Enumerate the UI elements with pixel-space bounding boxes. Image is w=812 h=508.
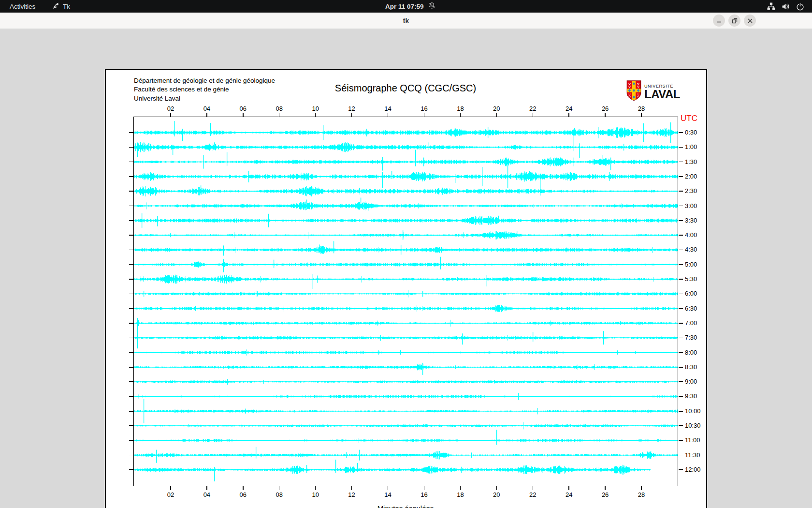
x-axis-top-tick — [206, 113, 207, 117]
y-axis-left-tick — [129, 396, 133, 397]
utc-time-label: 2:30 — [685, 187, 697, 195]
volume-icon — [782, 2, 790, 11]
utc-time-label: 8:00 — [685, 349, 697, 357]
x-axis-bottom-tick — [388, 486, 389, 490]
close-icon — [747, 18, 753, 24]
utc-time-label: 9:00 — [685, 378, 697, 386]
tk-app-menu[interactable]: Tk — [52, 0, 70, 13]
y-axis-right-tick — [679, 176, 683, 177]
utc-time-label: 7:00 — [685, 319, 697, 327]
y-axis-right-tick — [679, 235, 683, 236]
y-axis-right-tick — [679, 323, 683, 324]
laval-logo-text: UNIVERSITÉ LAVAL — [644, 84, 680, 100]
x-axis-title: Minutes écoulées — [134, 504, 677, 508]
x-axis-bottom-label: 02 — [162, 491, 179, 498]
x-axis-bottom-tick — [351, 486, 352, 490]
x-axis-bottom-label: 22 — [524, 491, 541, 498]
y-axis-left-tick — [129, 469, 133, 470]
x-axis-bottom-tick — [243, 486, 244, 490]
x-axis-top-tick — [605, 113, 606, 117]
utc-time-label: 7:30 — [685, 334, 697, 342]
x-axis-top-label: 16 — [416, 105, 432, 112]
x-axis-top-label: 18 — [452, 105, 468, 112]
y-axis-right-tick — [679, 411, 683, 412]
x-axis-top-label: 08 — [271, 105, 288, 112]
y-axis-right-tick — [679, 132, 683, 133]
restore-button[interactable] — [728, 15, 740, 27]
window-title: tk — [0, 13, 812, 29]
y-axis-right-tick — [679, 264, 683, 265]
y-axis-right-tick — [679, 279, 683, 280]
y-axis-right-tick — [679, 220, 683, 221]
restore-icon — [732, 18, 738, 24]
x-axis-bottom-label: 10 — [307, 491, 324, 498]
x-axis-top-label: 10 — [307, 105, 324, 112]
y-axis-right-tick — [679, 294, 683, 295]
x-axis-bottom-tick — [533, 486, 534, 490]
x-axis-bottom-label: 16 — [416, 491, 432, 498]
window-titlebar[interactable]: tk — [0, 13, 812, 29]
minimize-icon — [716, 18, 722, 24]
y-axis-right-tick — [679, 469, 683, 470]
x-axis-top-label: 04 — [199, 105, 215, 112]
utc-time-label: 3:00 — [685, 202, 697, 210]
laval-shield-icon — [626, 80, 641, 104]
x-axis-bottom-label: 28 — [633, 491, 650, 498]
y-axis-left-tick — [129, 220, 133, 221]
utc-time-label: 5:00 — [685, 261, 697, 269]
x-axis-top-tick — [641, 113, 642, 117]
x-axis-bottom-label: 26 — [597, 491, 613, 498]
tk-window-content: Département de géologie et de génie géol… — [0, 29, 812, 508]
y-axis-left-tick — [129, 455, 133, 456]
utc-label: UTC — [681, 114, 697, 123]
x-axis-bottom-tick — [641, 486, 642, 490]
gnome-top-bar: Activities Tk Apr 11 07:59 — [0, 0, 812, 13]
y-axis-right-tick — [679, 425, 683, 426]
y-axis-right-tick — [679, 191, 683, 192]
power-icon — [796, 2, 804, 11]
y-axis-left-tick — [129, 235, 133, 236]
laval-logo: UNIVERSITÉ LAVAL — [626, 80, 680, 104]
x-axis-top-tick — [315, 113, 316, 117]
minimize-button[interactable] — [713, 15, 725, 27]
y-axis-left-tick — [129, 206, 133, 207]
utc-time-label: 1:00 — [685, 143, 697, 151]
x-axis-top-tick — [351, 113, 352, 117]
x-axis-top-label: 14 — [380, 105, 396, 112]
close-button[interactable] — [744, 15, 756, 27]
utc-time-label: 6:00 — [685, 290, 697, 298]
y-axis-right-tick — [679, 250, 683, 251]
x-axis-top-tick — [388, 113, 389, 117]
utc-time-label: 4:30 — [685, 246, 697, 254]
plot-title: Séismographe QCQ (CGC/GSC) — [134, 83, 677, 94]
x-axis-bottom-label: 18 — [452, 491, 468, 498]
x-axis-bottom-tick — [279, 486, 280, 490]
x-axis-top-label: 12 — [344, 105, 360, 112]
utc-time-label: 11:00 — [685, 436, 700, 444]
x-axis-bottom-label: 24 — [561, 491, 577, 498]
y-axis-left-tick — [129, 191, 133, 192]
x-axis-bottom-label: 14 — [380, 491, 396, 498]
x-axis-top-tick — [568, 113, 569, 117]
x-axis-bottom-label: 12 — [344, 491, 360, 498]
activities-button[interactable]: Activities — [10, 0, 35, 13]
desktop-screen: Activities Tk Apr 11 07:59 — [0, 0, 812, 508]
x-axis-top-label: 02 — [162, 105, 179, 112]
x-axis-top-label: 22 — [524, 105, 541, 112]
y-axis-left-tick — [129, 132, 133, 133]
system-status-area[interactable] — [767, 0, 804, 13]
y-axis-right-tick — [679, 396, 683, 397]
utc-time-label: 11:30 — [685, 451, 700, 459]
y-axis-right-tick — [679, 352, 683, 353]
y-axis-right-tick — [679, 440, 683, 441]
y-axis-left-tick — [129, 176, 133, 177]
header-line-3: Université Laval — [134, 94, 275, 103]
clock-text: Apr 11 07:59 — [385, 3, 424, 10]
y-axis-left-tick — [129, 308, 133, 309]
x-axis-bottom-label: 04 — [199, 491, 215, 498]
y-axis-left-tick — [129, 323, 133, 324]
clock-button[interactable]: Apr 11 07:59 — [385, 0, 435, 13]
x-axis-bottom-tick — [460, 486, 461, 490]
x-axis-top-label: 24 — [561, 105, 577, 112]
x-axis-bottom-tick — [206, 486, 207, 490]
